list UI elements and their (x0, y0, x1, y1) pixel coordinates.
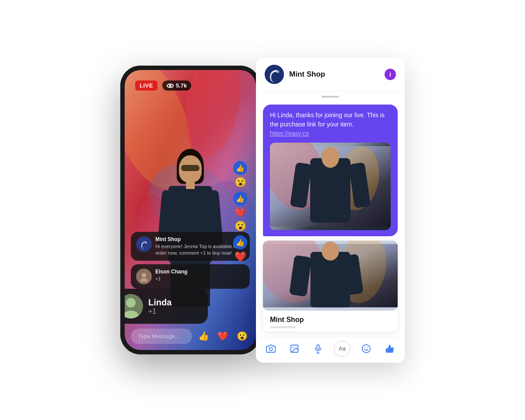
svg-point-14 (276, 70, 279, 73)
purchase-link[interactable]: https://easy.co (270, 130, 309, 137)
mint-shop-msg-content: Mint Shop Hi everyone! Jennia Top is ava… (155, 236, 245, 256)
wow-reaction-2: 😮 (234, 220, 246, 232)
thumbs-up-reaction-3: 👍 (233, 235, 247, 249)
reactions-float: 👍 😮 👍 ❤️ 😮 👍 ❤️ (233, 161, 247, 262)
mic-icon (313, 344, 323, 354)
eye-icon (167, 84, 174, 88)
product-card-image (263, 241, 398, 311)
type-message-input[interactable]: Type Message... (131, 329, 192, 344)
svg-point-29 (269, 347, 272, 350)
phone-messages: Mint Shop Hi everyone! Jennia Top is ava… (131, 232, 250, 289)
thumbsup-send-icon (385, 344, 395, 354)
info-icon-button[interactable]: i (385, 69, 396, 80)
linda-person-icon (125, 294, 143, 318)
image-icon-button[interactable] (287, 341, 302, 357)
svg-point-11 (126, 298, 136, 308)
product-card-title: Mint Shop (270, 316, 391, 324)
messenger-shop-name: Mint Shop (289, 70, 379, 79)
wow-button[interactable]: 😮 (234, 328, 250, 344)
camera-icon-button[interactable] (263, 341, 279, 357)
messenger-shop-avatar (265, 65, 284, 84)
messenger-toolbar: Aa (256, 336, 405, 363)
messenger-header: Mint Shop i (256, 58, 405, 91)
product-card-info: Mint Shop (263, 311, 398, 332)
viewers-badge: 5.7k (162, 80, 191, 91)
heart-button[interactable]: ❤️ (215, 328, 231, 344)
messenger-panel: Mint Shop i Hi Linda, thanks for joining… (256, 58, 405, 363)
phone-screen: LIVE 5.7k (125, 70, 256, 350)
scroll-handle (322, 96, 339, 98)
svg-point-13 (265, 65, 284, 84)
moon-logo-icon (138, 238, 150, 250)
phone: LIVE 5.7k (120, 66, 260, 354)
linda-bubble: Linda +1 (125, 289, 208, 324)
scene: LIVE 5.7k (66, 31, 459, 389)
svg-point-6 (138, 238, 150, 250)
product-figure (270, 143, 391, 230)
purple-message-bubble: Hi Linda, thanks for joining our live. T… (263, 105, 398, 236)
svg-point-21 (322, 147, 339, 168)
product-art (270, 143, 391, 230)
elson-avatar (136, 269, 152, 284)
mic-icon-button[interactable] (310, 341, 326, 357)
svg-point-7 (145, 242, 147, 244)
type-message-bar: Type Message... 👍 ❤️ 😮 (131, 328, 250, 344)
emoji-picker-button[interactable] (358, 341, 374, 357)
heart-reaction: ❤️ (235, 207, 246, 218)
thumbs-up-button[interactable]: 👍 (196, 328, 211, 344)
product-card-art (263, 241, 398, 311)
heart-reaction-2: ❤️ (234, 251, 246, 262)
live-badge: LIVE (135, 80, 158, 91)
thumbsup-send-button[interactable] (382, 341, 398, 357)
svg-point-28 (322, 242, 339, 260)
image-icon (290, 344, 299, 354)
emoji-icon (361, 344, 371, 354)
linda-info: Linda +1 (148, 298, 172, 315)
thumbs-up-reaction: 👍 (233, 161, 247, 175)
mint-shop-message: Mint Shop Hi everyone! Jennia Top is ava… (131, 232, 250, 261)
product-image-in-message (270, 143, 391, 230)
elson-msg-content: Elson Chang +1 (155, 269, 245, 282)
linda-avatar (125, 294, 143, 318)
svg-point-9 (140, 278, 147, 282)
text-input-button[interactable]: Aa (334, 341, 350, 357)
svg-point-35 (362, 344, 370, 352)
thumbs-up-reaction-2: 👍 (233, 192, 247, 206)
svg-rect-32 (317, 344, 319, 349)
shop-logo-icon (265, 65, 284, 84)
camera-icon (266, 344, 276, 354)
messenger-body: Hi Linda, thanks for joining our live. T… (256, 100, 405, 336)
product-card: Mint Shop (263, 241, 398, 332)
elson-message: Elson Chang +1 (131, 264, 250, 289)
product-card-divider (270, 326, 296, 328)
wow-reaction-1: 😮 (234, 177, 246, 188)
mint-shop-avatar (136, 236, 152, 252)
svg-point-8 (142, 273, 147, 278)
person-icon (139, 271, 149, 282)
svg-point-31 (292, 346, 294, 348)
